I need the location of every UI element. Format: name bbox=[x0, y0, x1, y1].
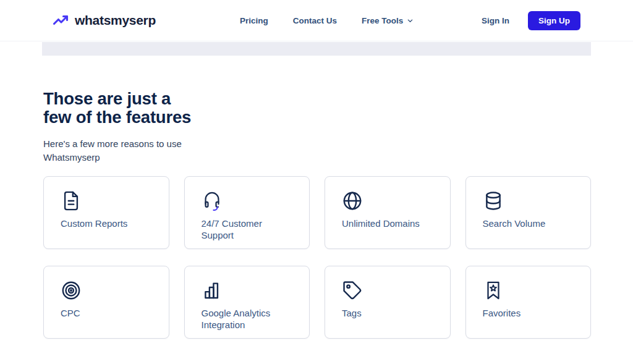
feature-card-label: Custom Reports bbox=[61, 218, 153, 229]
site-header: whatsmyserp Pricing Contact Us Free Tool… bbox=[0, 0, 633, 41]
section-title-line1: Those are just a bbox=[43, 90, 591, 108]
feature-card-label: Unlimited Domains bbox=[342, 218, 434, 229]
feature-card-label: Tags bbox=[342, 307, 434, 319]
nav-item-label: Free Tools bbox=[362, 16, 403, 25]
trending-up-icon bbox=[52, 13, 69, 28]
feature-card-search-volume: Search Volume bbox=[465, 176, 592, 249]
sign-up-button[interactable]: Sign Up bbox=[528, 11, 580, 30]
headset-icon bbox=[202, 190, 294, 211]
sign-in-link[interactable]: Sign In bbox=[482, 16, 509, 25]
section-title-line2: few of the features bbox=[43, 108, 591, 127]
feature-card-cpc: CPC bbox=[43, 266, 169, 339]
target-icon bbox=[61, 280, 153, 301]
logo-text: whatsmyserp bbox=[75, 13, 156, 28]
nav-item-contact-us[interactable]: Contact Us bbox=[293, 16, 337, 25]
feature-card-custom-reports: Custom Reports bbox=[43, 176, 169, 249]
database-icon bbox=[483, 190, 575, 211]
document-icon bbox=[61, 190, 153, 211]
previous-section-band bbox=[42, 42, 591, 56]
section-subtitle-line1: Here's a few more reasons to use bbox=[43, 137, 591, 151]
nav-item-label: Pricing bbox=[240, 16, 268, 25]
tag-icon bbox=[342, 280, 434, 301]
feature-card-label: Search Volume bbox=[483, 218, 575, 229]
feature-card-label: Favorites bbox=[483, 307, 575, 319]
bar-chart-icon bbox=[202, 280, 294, 301]
feature-card-google-analytics: Google Analytics Integration bbox=[184, 266, 310, 339]
feature-card-label: CPC bbox=[61, 307, 153, 319]
feature-card-label: 24/7 Customer Support bbox=[202, 218, 294, 241]
section-subtitle-line2: Whatsmyserp bbox=[43, 151, 591, 164]
main-nav: Pricing Contact Us Free Tools bbox=[240, 16, 414, 25]
nav-item-pricing[interactable]: Pricing bbox=[240, 16, 268, 25]
nav-item-label: Contact Us bbox=[293, 16, 337, 25]
feature-card-favorites: Favorites bbox=[465, 266, 592, 339]
section-title: Those are just a few of the features bbox=[43, 90, 591, 127]
header-actions: Sign In Sign Up bbox=[482, 11, 580, 30]
section-subtitle: Here's a few more reasons to use Whatsmy… bbox=[43, 137, 591, 164]
nav-item-free-tools[interactable]: Free Tools bbox=[362, 16, 414, 25]
logo[interactable]: whatsmyserp bbox=[52, 13, 156, 28]
features-grid: Custom Reports 24/7 Customer Support bbox=[43, 176, 591, 339]
feature-card-unlimited-domains: Unlimited Domains bbox=[325, 176, 451, 249]
bookmark-star-icon bbox=[483, 280, 575, 301]
feature-card-label: Google Analytics Integration bbox=[202, 307, 294, 331]
globe-icon bbox=[342, 190, 434, 211]
feature-card-tags: Tags bbox=[325, 266, 451, 339]
features-section: Those are just a few of the features Her… bbox=[0, 56, 633, 339]
chevron-down-icon bbox=[407, 17, 414, 24]
feature-card-customer-support: 24/7 Customer Support bbox=[184, 176, 310, 249]
